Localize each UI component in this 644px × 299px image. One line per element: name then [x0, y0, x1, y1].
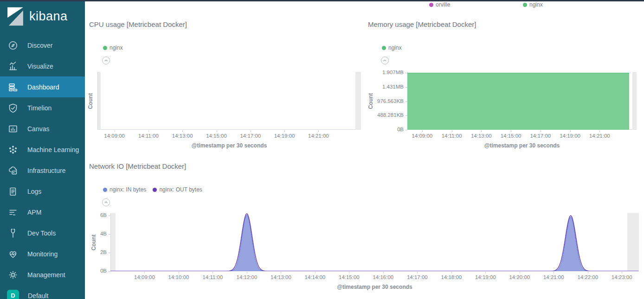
legend-dot [153, 188, 157, 192]
x-tick-mark [485, 272, 486, 274]
compass-icon [7, 40, 19, 51]
x-tick-mark [284, 130, 285, 132]
default-space-badge: D [7, 290, 19, 299]
sidebar-item-default[interactable]: DDefault [0, 285, 85, 299]
x-tick-label: 14:21:00 [585, 133, 614, 140]
x-tick-label: 14:23:00 [607, 274, 637, 281]
y-tick-label: 1.431MB [367, 84, 404, 90]
legend-dot [103, 46, 107, 50]
y-tick-label: 488.281KB [367, 112, 404, 119]
y-axis-title: Count [87, 78, 96, 124]
sidebar-item-label: Monitoring [27, 250, 58, 258]
sidebar-item-monitoring[interactable]: Monitoring [0, 243, 85, 264]
x-tick-label: 14:11:00 [198, 274, 227, 281]
sidebar-item-canvas[interactable]: Canvas [0, 118, 85, 139]
y-tick-mark [108, 271, 110, 272]
heartbeat-icon [7, 248, 19, 260]
legend-label: orville [436, 1, 450, 8]
sidebar-item-timelion[interactable]: Timelion [0, 97, 85, 118]
legend-collapse-toggle[interactable] [102, 57, 110, 64]
sidebar-item-logs[interactable]: Logs [0, 181, 85, 202]
logs-document-icon [7, 186, 19, 197]
x-tick-label: 14:15:00 [334, 274, 364, 281]
x-tick-label: 14:17:00 [402, 274, 432, 281]
legend-item-nginx[interactable]: nginx [382, 45, 402, 51]
legend-item-nginx-in-bytes[interactable]: nginx: IN bytes [103, 186, 146, 193]
kibana-logo[interactable]: kibana [6, 6, 68, 27]
sidebar-item-label: Canvas [27, 125, 49, 133]
x-tick-label: 14:11:00 [134, 133, 163, 140]
x-tick-mark [251, 130, 251, 132]
cpu-plot[interactable] [97, 72, 361, 130]
endzone [627, 213, 639, 271]
sidebar-item-label: Default [28, 292, 48, 299]
chevron-up-icon [103, 200, 109, 205]
legend-item-nginx[interactable]: nginx [103, 45, 123, 51]
sidebar-item-label: Dashboard [27, 83, 59, 91]
x-tick-mark [383, 272, 384, 274]
panel-title-memory: Memory usage [Metricbeat Docker] [368, 20, 476, 28]
gear-icon [7, 269, 19, 280]
x-tick-label: 14:09:00 [100, 133, 129, 140]
y-axis-title: Count [90, 219, 99, 266]
sidebar-item-machine-learning[interactable]: Machine Learning [0, 139, 85, 160]
sidebar-item-label: Dev Tools [27, 229, 56, 237]
x-tick-label: 14:17:00 [236, 133, 265, 140]
x-tick-label: 14:19:00 [270, 133, 299, 140]
x-tick-mark [422, 130, 423, 132]
x-tick-mark [318, 130, 319, 132]
sidebar-item-label: Machine Learning [27, 146, 79, 153]
x-tick-mark [541, 130, 541, 132]
legend-item-nginx-out-bytes[interactable]: nginx: OUT bytes [153, 186, 202, 193]
network-plot[interactable] [110, 213, 639, 271]
x-tick-label: 14:22:00 [573, 274, 603, 281]
x-tick-mark [622, 272, 622, 274]
sidebar-item-discover[interactable]: Discover [0, 35, 85, 56]
legend-cpu: nginx [103, 45, 123, 51]
legend-dot [429, 3, 433, 7]
sidebar-item-label: Discover [27, 42, 52, 49]
sidebar-item-apm[interactable]: APM [0, 202, 85, 223]
x-tick-mark [247, 272, 247, 274]
x-tick-label: 14:15:00 [202, 133, 232, 140]
endzone [632, 72, 637, 130]
bar-chart-icon [7, 61, 19, 72]
y-tick-mark [108, 234, 110, 235]
sidebar-item-visualize[interactable]: Visualize [0, 56, 85, 76]
x-tick-mark [588, 272, 588, 274]
x-tick-mark [115, 130, 115, 132]
legend-collapse-toggle[interactable] [381, 57, 389, 64]
legend-item-orville[interactable]: orville [429, 1, 450, 8]
x-tick-mark [315, 272, 316, 274]
y-tick-mark [108, 253, 110, 253]
x-tick-mark [213, 272, 213, 274]
endzone [355, 72, 361, 130]
x-tick-label: 14:21:00 [539, 274, 568, 281]
legend-collapse-toggle[interactable] [102, 198, 110, 206]
x-axis-title: @timestamp per 30 seconds [305, 284, 444, 291]
sidebar-item-dev-tools[interactable]: Dev Tools [0, 223, 85, 243]
x-tick-mark [182, 130, 183, 132]
sidebar-item-management[interactable]: Management [0, 264, 85, 285]
y-tick-mark [108, 216, 110, 216]
sidebar-item-infrastructure[interactable]: Infrastructure [0, 160, 85, 181]
legend-item-nginx[interactable]: nginx [523, 1, 543, 8]
apm-lines-icon [7, 207, 19, 218]
x-tick-label: 14:18:00 [437, 274, 466, 281]
dashboard-icon [7, 82, 19, 93]
x-tick-mark [481, 130, 482, 132]
chevron-up-icon [382, 58, 387, 63]
legend-label: nginx [388, 45, 402, 51]
legend-memory: nginx [382, 45, 402, 51]
x-tick-label: 14:19:00 [555, 133, 585, 140]
timelion-shield-icon [7, 102, 19, 114]
x-tick-label: 14:15:00 [496, 133, 526, 140]
sidebar-item-dashboard[interactable]: Dashboard [0, 76, 85, 97]
x-tick-mark [570, 130, 571, 132]
x-tick-mark [520, 272, 520, 274]
kibana-dashboard-page: kibana DiscoverVisualizeDashboardTimelio… [0, 0, 644, 299]
legend-dot [523, 3, 527, 7]
x-tick-mark [281, 272, 281, 274]
x-axis-title: @timestamp per 30 seconds [160, 142, 299, 150]
sidebar-item-label: Infrastructure [27, 167, 65, 174]
